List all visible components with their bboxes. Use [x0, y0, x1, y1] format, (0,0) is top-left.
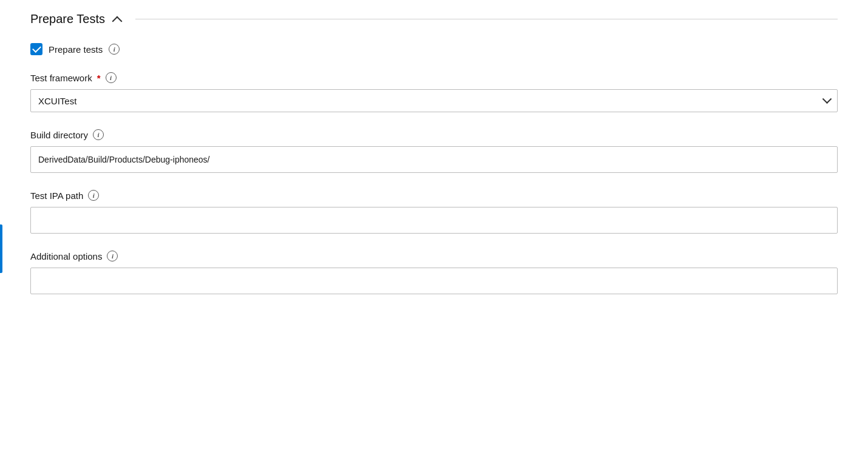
build-directory-info-icon[interactable]: i [93, 129, 104, 140]
test-ipa-path-info-icon[interactable]: i [88, 190, 99, 201]
additional-options-field-group: Additional options i [30, 251, 838, 294]
prepare-tests-info-icon[interactable]: i [109, 44, 120, 55]
build-directory-label: Build directory [30, 130, 88, 140]
additional-options-input[interactable] [30, 268, 838, 294]
accent-bar [0, 224, 2, 273]
build-directory-input[interactable] [30, 146, 838, 173]
prepare-tests-row: Prepare tests i [30, 43, 838, 55]
test-framework-info-icon[interactable]: i [106, 72, 117, 83]
section-divider [135, 19, 838, 19]
prepare-tests-label: Prepare tests [49, 44, 103, 55]
additional-options-label-row: Additional options i [30, 251, 838, 261]
page-container: Prepare Tests Prepare tests i Test frame… [0, 0, 868, 472]
test-framework-select-wrapper: XCUITest XCTest [30, 89, 838, 112]
section-title: Prepare Tests [30, 12, 105, 26]
test-framework-select[interactable]: XCUITest XCTest [30, 89, 838, 112]
test-ipa-path-field-group: Test IPA path i [30, 190, 838, 234]
prepare-tests-checkbox[interactable] [30, 43, 42, 55]
build-directory-field-group: Build directory i [30, 129, 838, 173]
build-directory-label-row: Build directory i [30, 129, 838, 140]
test-framework-required-star: * [97, 73, 101, 83]
additional-options-label: Additional options [30, 251, 102, 261]
test-ipa-path-input[interactable] [30, 207, 838, 234]
test-ipa-path-label: Test IPA path [30, 190, 83, 201]
section-header: Prepare Tests [30, 12, 838, 26]
test-framework-label: Test framework [30, 73, 92, 83]
section-collapse-chevron[interactable] [114, 15, 122, 24]
additional-options-info-icon[interactable]: i [107, 251, 118, 261]
test-framework-label-row: Test framework * i [30, 72, 838, 83]
test-ipa-path-label-row: Test IPA path i [30, 190, 838, 201]
test-framework-field-group: Test framework * i XCUITest XCTest [30, 72, 838, 112]
